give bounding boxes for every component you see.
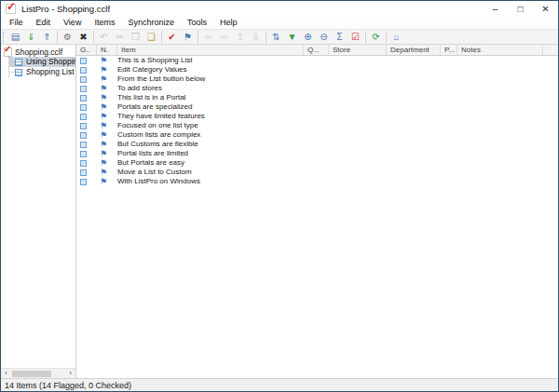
column-header-item[interactable]: Item [117, 45, 304, 55]
copy-icon[interactable]: ❐ [128, 30, 143, 44]
column-header-q[interactable]: Q... [304, 45, 329, 55]
sync-to-handheld-icon[interactable]: ⇓ [23, 30, 39, 44]
checkbox-icon[interactable] [80, 104, 87, 111]
checkbox-icon[interactable] [80, 67, 87, 74]
minimize-button[interactable]: – [483, 1, 508, 17]
listpro-window: ✓ ListPro - Shopping.cclf – □ ✕ FileEdit… [0, 0, 559, 392]
settings-icon[interactable]: ⚙ [60, 30, 75, 44]
filter-icon[interactable]: ▼ [284, 30, 300, 44]
maximize-button[interactable]: □ [508, 1, 533, 17]
flag-icon[interactable]: ⚑ [100, 56, 107, 65]
tree-horizontal-scrollbar[interactable]: ‹ › [1, 368, 75, 378]
menu-items[interactable]: Items [88, 17, 121, 29]
item-text: Focused on one list type [117, 121, 198, 130]
zoom-out-icon[interactable]: ⊖ [316, 30, 332, 44]
table-row[interactable]: ⚑But Customs are flexible [76, 140, 558, 149]
flag-icon[interactable]: ⚑ [100, 149, 107, 158]
table-row[interactable]: ⚑Move a List to Custom [76, 168, 558, 177]
lists-icon[interactable]: ▤ [7, 30, 23, 44]
title-bar: ✓ ListPro - Shopping.cclf – □ ✕ [1, 1, 558, 17]
checkbox-icon[interactable] [80, 132, 87, 139]
flag-icon[interactable]: ⚑ [100, 158, 107, 168]
undo-icon[interactable]: ↶ [96, 30, 112, 44]
flag-icon[interactable]: ⚑ [100, 74, 107, 84]
column-header-store[interactable]: Store [329, 45, 387, 55]
table-row[interactable]: ⚑But Portals are easy [76, 158, 558, 168]
sort-icon[interactable]: ⇅ [268, 30, 284, 44]
column-header-g[interactable]: G.. [76, 45, 97, 55]
menu-tools[interactable]: Tools [181, 17, 213, 29]
paste-icon[interactable]: ❑ [143, 30, 159, 44]
table-row[interactable]: ⚑From the List button below [76, 74, 558, 84]
checkbox-icon[interactable] [80, 169, 87, 176]
scrollbar-thumb[interactable] [12, 371, 51, 377]
column-header-n[interactable]: N. [97, 45, 117, 55]
table-row[interactable]: ⚑Portals are specialized [76, 102, 558, 112]
sync-from-handheld-icon[interactable]: ⇑ [39, 30, 55, 44]
flag-item-icon[interactable]: ⚑ [180, 30, 196, 44]
move-up-icon[interactable]: ⇧ [232, 30, 248, 44]
table-row[interactable]: ⚑Focused on one list type [76, 121, 558, 130]
table-row[interactable]: ⚑This is a Shopping List [76, 56, 558, 65]
item-text: To add stores [117, 84, 162, 93]
menu-file[interactable]: File [3, 17, 30, 29]
flag-icon[interactable]: ⚑ [100, 112, 107, 121]
flag-icon[interactable]: ⚑ [100, 121, 107, 130]
flag-icon[interactable]: ⚑ [100, 84, 107, 93]
checkbox-icon[interactable] [80, 179, 87, 185]
column-header-p[interactable]: P... [441, 45, 457, 55]
cut-icon[interactable]: ✂ [112, 30, 128, 44]
flag-icon[interactable]: ⚑ [100, 93, 107, 102]
table-row[interactable]: ⚑Portal lists are limited [76, 149, 558, 158]
list-tree: ✓ Shopping.cclf Using ShoppingShopping L… [1, 45, 75, 368]
tree-item-1[interactable]: Shopping List ( [9, 67, 75, 77]
table-row[interactable]: ⚑They have limited features [76, 112, 558, 121]
checkbox-icon[interactable] [80, 114, 87, 120]
column-header-notes[interactable]: Notes [457, 45, 543, 55]
checkbox-icon[interactable] [80, 95, 87, 101]
scroll-left-icon[interactable]: ‹ [1, 369, 11, 378]
menu-synchronize[interactable]: Synchronize [121, 17, 181, 29]
move-right-icon[interactable]: ⇨ [216, 30, 232, 44]
move-left-icon[interactable]: ⇦ [200, 30, 216, 44]
check-item-icon[interactable]: ✔ [164, 30, 180, 44]
checkbox-icon[interactable] [80, 58, 87, 64]
item-text: But Portals are easy [117, 158, 184, 168]
table-row[interactable]: ⚑With ListPro on Windows [76, 177, 558, 186]
column-header-department[interactable]: Department [387, 45, 441, 55]
checkbox-icon[interactable] [80, 86, 87, 92]
move-down-icon[interactable]: ⇩ [248, 30, 264, 44]
tree-item-0[interactable]: Using Shopping [9, 57, 75, 67]
tree-root-item[interactable]: ✓ Shopping.cclf [1, 47, 75, 57]
toolbar-separator [93, 31, 94, 43]
menu-view[interactable]: View [57, 17, 88, 29]
zoom-in-icon[interactable]: ⊕ [300, 30, 316, 44]
scroll-right-icon[interactable]: › [65, 369, 75, 378]
flag-icon[interactable]: ⚑ [100, 177, 107, 186]
checkbox-icon[interactable] [80, 160, 87, 167]
refresh-icon[interactable]: ⟳ [368, 30, 384, 44]
tree-root-label: Shopping.cclf [15, 47, 62, 57]
sum-icon[interactable]: Σ [332, 30, 348, 44]
menu-help[interactable]: Help [213, 17, 244, 29]
checkbox-icon[interactable] [80, 76, 87, 83]
delete-icon[interactable]: ✖ [75, 30, 91, 44]
flag-icon[interactable]: ⚑ [100, 65, 107, 74]
flag-icon[interactable]: ⚑ [100, 130, 107, 140]
home-icon[interactable]: ⌂ [389, 30, 404, 44]
close-button[interactable]: ✕ [533, 1, 558, 17]
table-row[interactable]: ⚑This list is in a Portal [76, 93, 558, 102]
checkbox-icon[interactable] [80, 142, 87, 148]
table-row[interactable]: ⚑Edit Category Values [76, 65, 558, 74]
multi-check-icon[interactable]: ☑ [348, 30, 363, 44]
checkbox-icon[interactable] [80, 123, 87, 129]
table-row[interactable]: ⚑To add stores [76, 84, 558, 93]
flag-icon[interactable]: ⚑ [100, 140, 107, 149]
toolbar-grip [3, 32, 6, 43]
flag-icon[interactable]: ⚑ [100, 168, 107, 177]
checkbox-icon[interactable] [80, 151, 87, 157]
menu-edit[interactable]: Edit [30, 17, 58, 29]
flag-icon[interactable]: ⚑ [100, 102, 107, 112]
table-row[interactable]: ⚑Custom lists are complex [76, 130, 558, 140]
item-text: Portals are specialized [117, 102, 192, 112]
